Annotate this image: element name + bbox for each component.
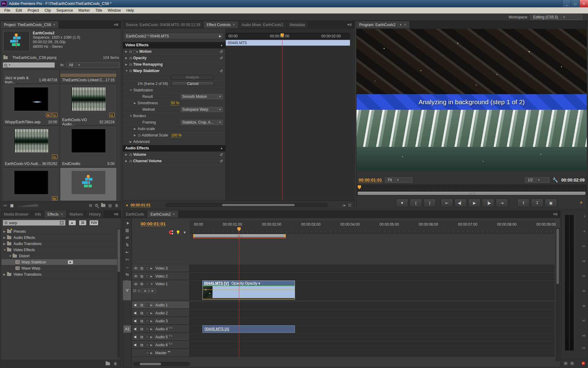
reset-icon[interactable]: ↺ — [220, 49, 223, 54]
timeline-vertical-scrollbar[interactable] — [556, 228, 560, 361]
ec-clip-header[interactable]: EarthCools2 * 00445.MTS▶ — [124, 33, 224, 39]
minimize-button[interactable]: _ — [562, 0, 571, 7]
effects-scrollbar[interactable] — [117, 228, 120, 358]
yuv-filter-button[interactable]: YUV — [89, 220, 98, 225]
audio-effects-header[interactable]: Audio Effects▲ — [123, 145, 225, 151]
rolling-edit-tool[interactable]: ⇅ — [126, 243, 129, 247]
stopwatch-icon[interactable]: ◷ — [138, 133, 141, 137]
extract-button[interactable]: ↧ — [531, 199, 543, 207]
result-select[interactable]: Smooth Motion▼ — [181, 94, 223, 99]
export-frame-button[interactable]: ▣ — [545, 199, 557, 207]
sync-lock-icon[interactable]: ⧉ — [139, 327, 144, 331]
list-item[interactable]: Adjustment Layer5:00 — [3, 167, 59, 201]
toggle-track-mute-icon[interactable] — [133, 327, 138, 331]
track-lock-toggle[interactable] — [145, 311, 149, 315]
lift-button[interactable]: ↥ — [517, 199, 530, 207]
sync-lock-icon[interactable]: ⧉ — [139, 274, 144, 278]
effect-time-remapping[interactable]: ▶fx Time Remapping — [123, 61, 225, 68]
audio-clip-00445[interactable]: 00445.MTS [A] — [202, 325, 295, 333]
smoothness-value[interactable]: 50 % — [171, 101, 179, 105]
video1-target-badge[interactable]: V — [123, 281, 131, 300]
show-timeline-icon[interactable]: ▶ — [219, 34, 221, 38]
effect-motion[interactable]: ▶fx ⬚▸ Motion↺ — [123, 48, 225, 55]
close-icon[interactable]: ✕ — [172, 213, 175, 216]
razor-tool[interactable]: ✄ — [126, 257, 129, 262]
panel-menu-icon[interactable]: ▾≣ — [111, 212, 121, 216]
list-item[interactable]: EndCredits5:00 — [60, 126, 117, 167]
notification-dot-icon[interactable] — [582, 362, 585, 365]
twirl-icon[interactable]: ▼ — [130, 114, 133, 117]
tab-effect-controls[interactable]: Effect Controls✕ — [204, 21, 239, 28]
zoom-slider[interactable] — [17, 204, 38, 207]
twirl-icon[interactable]: ▼ — [130, 89, 133, 92]
toggle-track-mute-icon[interactable] — [133, 319, 138, 323]
panel-menu-icon[interactable]: ▾≣ — [111, 23, 121, 27]
new-bin-icon[interactable] — [101, 204, 105, 207]
set-display-style-icon[interactable]: ⊡ — [133, 289, 136, 293]
timeline-ruler[interactable]: 00:00 00:00:01:00 00:00:02:00 00:00:03:0… — [190, 220, 555, 233]
twirl-icon[interactable]: ▶ — [125, 63, 129, 66]
keyframe-nav[interactable]: ◀◇▶ — [141, 289, 156, 293]
tab-metadata[interactable]: Metadata — [287, 21, 308, 28]
tree-distort[interactable]: ▼Distort — [2, 253, 117, 259]
close-icon[interactable]: ✕ — [53, 23, 55, 26]
collapse-icon[interactable]: ▲ — [220, 147, 223, 150]
track-lock-toggle[interactable] — [145, 351, 149, 355]
video-clip-00445[interactable]: 00445.MTS [V]Opacity:Opacity ▾ — [202, 281, 295, 300]
track-lock-toggle[interactable] — [145, 319, 149, 323]
sync-lock-icon[interactable]: ⧉ — [139, 319, 144, 323]
twirl-icon[interactable]: ▶ — [130, 140, 133, 143]
tab-project[interactable]: Project: TheEarthCools_CS6✕ — [1, 21, 59, 28]
tab-history[interactable]: History — [86, 211, 104, 218]
settings-wrench-icon[interactable]: 🔧 — [552, 177, 558, 183]
tree-video-effects[interactable]: ▼Video Effects — [2, 247, 117, 253]
twirl-icon[interactable]: ▶ — [125, 159, 129, 163]
toggle-track-mute-icon[interactable] — [133, 311, 138, 315]
tab-sequence-earthcools2[interactable]: EarthCools2✕ — [147, 211, 178, 218]
menu-edit[interactable]: Edit — [13, 8, 24, 13]
menu-sequence[interactable]: Sequence — [54, 8, 75, 13]
stabilization-group[interactable]: ▼Stabilization — [123, 87, 225, 94]
toggle-view-icon[interactable]: ⊡ — [348, 203, 351, 207]
tab-audio-mixer[interactable]: Audio Mixer: EarthCools2 — [239, 21, 287, 28]
timeline-horizontal-scrollbar[interactable] — [133, 362, 190, 366]
ec-timecode[interactable]: 00:00:01:01 — [130, 203, 150, 207]
sync-lock-icon[interactable]: ⧉ — [139, 343, 144, 347]
collapse-icon[interactable]: ▲ — [220, 44, 223, 47]
selection-tool[interactable]: ▲ — [124, 220, 130, 226]
in-select[interactable]: All▼ — [66, 62, 120, 68]
ec-time-ruler[interactable]: 00:00 00:00:01:00 00:00:02:00 — [226, 33, 350, 39]
new-item-icon[interactable]: ▤ — [108, 203, 112, 208]
encore-chapter-marker-icon[interactable]: 💡 — [176, 230, 180, 235]
sync-lock-icon[interactable]: ⧉ — [139, 311, 144, 315]
effect-opacity[interactable]: ▶fx Opacity↺ — [123, 55, 225, 61]
menu-clip[interactable]: Clip — [42, 8, 53, 13]
solo-left-button[interactable]: S — [563, 361, 568, 366]
snap-icon[interactable]: 🧲 — [169, 230, 173, 235]
twirl-icon[interactable]: ▶ — [125, 153, 129, 156]
cancel-button[interactable]: Cancel — [172, 81, 214, 86]
mark-in-button[interactable]: { — [410, 199, 422, 207]
twirl-icon[interactable]: ▶ — [134, 127, 138, 130]
close-button[interactable]: ✕ — [579, 0, 588, 7]
workspace-select[interactable]: Editing (CS5.5) ▼ — [530, 14, 582, 20]
find-icon[interactable] — [95, 204, 98, 207]
icon-view-icon[interactable]: ▦ — [10, 203, 13, 208]
track-lock-toggle[interactable] — [145, 274, 149, 278]
delete-icon[interactable]: 🗑 — [114, 362, 117, 366]
menu-help[interactable]: Help — [124, 8, 136, 13]
toggle-track-output-icon[interactable] — [133, 266, 138, 270]
effect-warp-stabilizer[interactable]: ▼fx Warp Stabilizer↺ — [123, 68, 225, 74]
method-select[interactable]: Subspace Warp▼ — [181, 107, 223, 112]
mark-out-button[interactable]: } — [424, 199, 436, 207]
tab-info[interactable]: Info — [32, 211, 44, 218]
project-search-input[interactable]: ▼ — [3, 62, 55, 68]
program-playhead-marker[interactable] — [358, 185, 361, 189]
ec-clip-bar[interactable]: 00445.MTS — [226, 40, 350, 46]
reset-icon[interactable]: ↺ — [220, 56, 223, 60]
track-lock-toggle[interactable] — [145, 303, 149, 307]
tab-sequence-earthcools[interactable]: EarthCools — [123, 211, 147, 218]
add-marker-button[interactable]: ▼ — [396, 199, 408, 207]
chevron-down-icon[interactable]: ▼ — [398, 23, 402, 26]
additional-scale-value[interactable]: 100 % — [171, 133, 182, 137]
